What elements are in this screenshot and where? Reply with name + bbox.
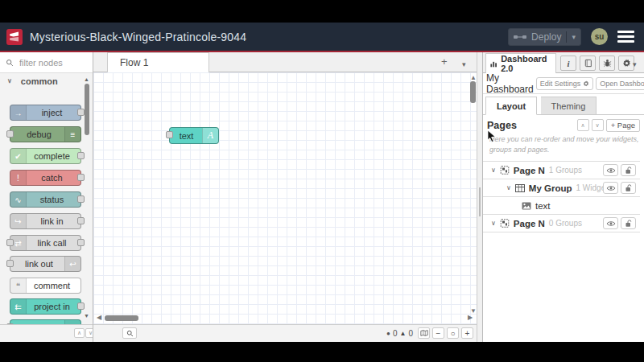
node-port-right [77,195,85,203]
tab-theming[interactable]: Theming [541,97,597,115]
palette-node-debug[interactable]: ≡debug [10,126,81,142]
page-icon [500,166,510,175]
add-flow-button[interactable]: + [441,56,448,68]
deploy-caret-icon[interactable]: ▾ [572,33,576,41]
tree-row[interactable]: ∨My Group1 Widgets [483,179,640,197]
palette-scrollbar-thumb[interactable] [85,84,89,135]
tab-layout[interactable]: Layout [485,97,537,115]
palette-node-status[interactable]: ∿status [10,191,81,208]
tab-config-button[interactable] [618,56,634,71]
warning-count-icon: ▲ [400,330,407,337]
main-menu-button[interactable] [617,28,634,45]
lock-button[interactable] [621,164,636,176]
canvas-scroll-up-icon[interactable]: ▲ [470,75,477,81]
tab-help-button[interactable] [580,56,596,71]
canvas-hscrollbar-thumb[interactable] [105,315,138,321]
collapse-all-button[interactable]: ∧ [74,328,85,338]
node-port-right [77,239,85,246]
palette-node-project-in[interactable]: ⇇project in [10,298,81,315]
palette-node-link-call[interactable]: ⇄link call [10,235,81,251]
flow-tab-bar: Flow 1 + ▾ [93,52,477,72]
move-page-down-button[interactable]: ∨ [592,119,604,131]
palette-node-link-out[interactable]: ↩link out [10,256,81,272]
palette-node-label: project in [26,299,78,314]
bug-icon [603,59,612,68]
complete-icon: ✔ [10,149,27,163]
status-icon: ∿ [10,192,27,207]
canvas-scroll-left-icon[interactable]: ◀ [97,315,101,321]
tree-row-label: Page N [514,166,545,175]
mouse-cursor [487,130,497,143]
palette-search[interactable] [0,52,93,73]
palette-node-label: debug [13,127,65,142]
palette-node-label: link call [26,236,78,250]
palette-node-catch[interactable]: !catch [10,170,81,186]
tree-row-label: My Group [529,183,572,193]
deploy-button[interactable]: Deploy ▾ [508,28,581,46]
deploy-icon [514,33,526,41]
flow-list-caret-icon[interactable]: ▾ [462,58,466,71]
tree-row[interactable]: ∨Page N0 Groups [483,215,640,232]
move-page-up-button[interactable]: ∧ [577,119,589,131]
expand-all-button[interactable]: ∨ [85,328,93,338]
node-palette: ∨ common →inject≡debug✔complete!catch∿st… [0,52,93,342]
book-icon [584,59,592,68]
tab-flow-1[interactable]: Flow 1 [107,52,209,72]
palette-scroll-up-icon[interactable]: ▲ [84,76,89,82]
canvas-node-text[interactable]: text A [169,127,219,144]
deploy-label: Deploy [531,31,561,43]
zoom-reset-button[interactable]: ○ [447,327,459,339]
user-avatar[interactable]: su [591,28,608,45]
lock-button[interactable] [621,217,636,229]
chart-icon [490,60,497,68]
palette-node-inject[interactable]: →inject [10,105,81,121]
canvas-node-label: text [170,128,203,143]
pages-description: Here you can re-order and move your widg… [489,134,640,155]
tab-dashboard-2[interactable]: Dashboard 2.0 [485,53,556,73]
lock-button[interactable] [621,182,636,194]
visibility-button[interactable] [603,164,618,176]
palette-footer: ∧ ∨ [0,324,93,342]
palette-scroll-down-icon[interactable]: ▼ [84,313,89,319]
inject-icon: → [10,105,27,120]
chevron-down-icon[interactable]: ∨ [491,220,496,227]
dashboard-subtabs: Layout Theming [483,97,644,115]
chevron-down-icon[interactable]: ∨ [491,167,496,174]
tab-debug-button[interactable] [599,56,615,71]
palette-node-link-in[interactable]: ↪link in [10,213,81,229]
open-dashboard-button[interactable]: Open Dashboard [596,77,644,90]
chevron-down-icon[interactable]: ∨ [506,184,511,191]
node-input-port[interactable] [166,131,173,138]
visibility-button[interactable] [603,217,618,229]
zoom-in-button[interactable]: + [461,327,473,339]
tab-info-button[interactable]: i [560,56,576,71]
sidebar-splitter[interactable] [477,52,483,342]
palette-node-comment[interactable]: ❝comment [10,278,81,294]
tree-row-meta: 1 Groups [549,166,582,175]
tree-row[interactable]: text [483,197,640,215]
zoom-out-button[interactable]: − [432,327,444,339]
node-port-left [6,239,14,246]
palette-node-label: comment [26,278,78,293]
node-port-right [77,109,85,116]
flow-canvas[interactable] [93,72,477,342]
filter-nodes-input[interactable] [18,57,84,68]
edit-settings-button[interactable]: Edit Settings [536,77,594,90]
right-sidebar: Dashboard 2.0 i [483,52,644,342]
search-flows-button[interactable] [122,327,137,339]
palette-node-complete[interactable]: ✔complete [10,148,81,164]
search-icon [6,59,14,67]
sidebar-menu-caret-icon[interactable]: ▾ [633,58,637,71]
gear-icon [622,59,631,68]
palette-category-common[interactable]: ∨ common [0,73,93,88]
add-page-button[interactable]: + Page [606,119,640,132]
sidebar-tab-label: Dashboard 2.0 [501,54,551,73]
canvas-vscrollbar-thumb[interactable] [470,81,476,103]
canvas-scroll-right-icon[interactable]: ▶ [468,315,473,321]
error-count-icon: ● [386,330,390,337]
visibility-button[interactable] [603,182,618,194]
node-port-right [77,302,85,310]
flow-tab-label: Flow 1 [120,57,148,68]
toggle-navigator-button[interactable] [418,327,430,339]
tree-row[interactable]: ∨Page N1 Groups [483,162,640,179]
